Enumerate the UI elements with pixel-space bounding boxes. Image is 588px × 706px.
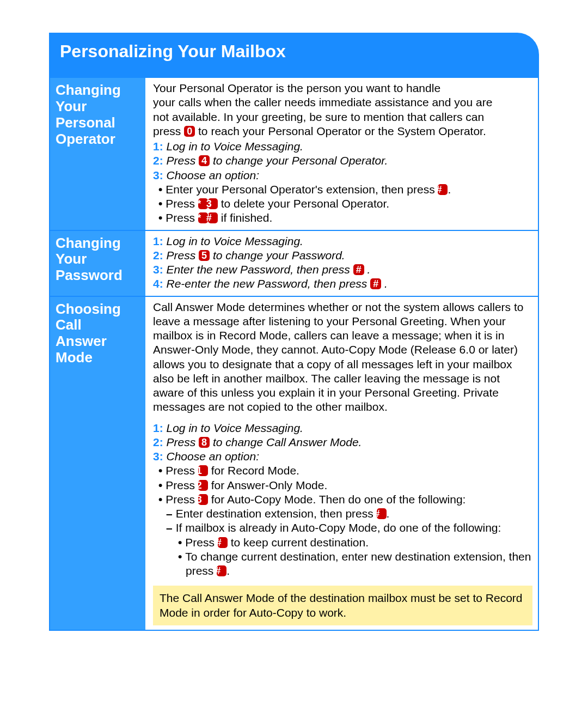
step-1: 1: Log in to Voice Messaging. <box>153 421 532 435</box>
key-hash-icon: # <box>217 565 226 576</box>
text: Log in to Voice Messaging. <box>167 140 303 153</box>
text: to delete your Personal Operator. <box>218 197 389 210</box>
document-page: Personalizing Your Mailbox Changing Your… <box>0 0 588 664</box>
bullet-item: Press 3 for Auto-Copy Mode. Then do one … <box>153 492 532 507</box>
key-one-icon: 1 <box>198 465 208 476</box>
text: To change current destination, enter new… <box>185 550 531 577</box>
text: for Record Mode. <box>208 464 299 477</box>
sections-container: Changing Your Personal Operator Your Per… <box>49 78 539 631</box>
label-text: Operator <box>56 131 115 147</box>
text: Choose an option: <box>167 169 259 181</box>
dash-item: Enter destination extension, then press … <box>153 507 532 521</box>
bullet-item: Press *# if finished. <box>153 211 532 225</box>
text: . <box>226 564 230 577</box>
key-hash-icon: # <box>438 184 448 195</box>
intro-text: Call Answer Mode determines whether or n… <box>153 300 532 415</box>
text: If mailbox is already in Auto-Copy Mode,… <box>176 521 501 534</box>
section-content: Your Personal Operator is the person you… <box>145 78 538 230</box>
section-label: Choosing Call Answer Mode <box>50 297 145 630</box>
key-hash-icon: # <box>208 212 218 223</box>
section-content: Call Answer Mode determines whether or n… <box>145 297 538 630</box>
text: to change your Personal Operator. <box>210 154 388 167</box>
text: Press <box>167 249 199 261</box>
section-call-answer-mode: Choosing Call Answer Mode Call Answer Mo… <box>50 296 538 630</box>
key-five-icon: 5 <box>199 250 210 261</box>
bullet-item: Press 2 for Answer-Only Mode. <box>153 478 532 492</box>
step-1: 1: Log in to Voice Messaging. <box>153 139 532 154</box>
text: Choose an option: <box>167 450 259 462</box>
label-text: Mode <box>56 349 93 366</box>
text: . <box>387 507 390 520</box>
bullet-item: Press 1 for Record Mode. <box>153 464 532 478</box>
key-three-icon: 3 <box>198 494 208 505</box>
page-title: Personalizing Your Mailbox <box>49 33 539 78</box>
label-text: Your <box>56 251 87 267</box>
key-three-icon: 3 <box>208 198 218 209</box>
key-hash-icon: # <box>370 278 381 289</box>
text: Press <box>166 464 198 477</box>
text: Press <box>167 154 199 167</box>
text: Press <box>166 211 198 224</box>
key-eight-icon: 8 <box>199 437 210 448</box>
text: Enter destination extension, then press <box>176 507 377 520</box>
key-hash-icon: # <box>218 537 228 548</box>
step-4: 4: Re-enter the new Password, then press… <box>153 277 532 291</box>
label-text: Changing <box>56 235 121 251</box>
text: for Auto-Copy Mode. Then do one of the f… <box>208 493 466 506</box>
text: Press <box>166 479 198 491</box>
text: to reach your Personal Operator or the S… <box>195 125 486 137</box>
section-content: 1: Log in to Voice Messaging. 2: Press 5… <box>145 231 538 296</box>
dash-item: If mailbox is already in Auto-Copy Mode,… <box>153 521 532 535</box>
text: press <box>153 125 184 137</box>
text: Enter your Personal Operator's extension… <box>166 183 438 196</box>
text: to change your Password. <box>210 249 345 261</box>
label-text: Personal <box>56 114 115 131</box>
label-text: Choosing <box>56 301 121 317</box>
section-password: Changing Your Password 1: Log in to Voic… <box>50 230 538 296</box>
text: for Answer-Only Mode. <box>208 479 327 491</box>
text: Your Personal Operator is the person you… <box>153 82 440 94</box>
text: Re-enter the new Password, then press <box>167 277 371 290</box>
key-four-icon: 4 <box>199 155 210 166</box>
step-1: 1: Log in to Voice Messaging. <box>153 234 532 248</box>
key-two-icon: 2 <box>198 480 208 491</box>
intro-text: Your Personal Operator is the person you… <box>153 81 532 138</box>
text: to change Call Answer Mode. <box>210 436 362 448</box>
text: . <box>364 263 371 276</box>
text: Press <box>166 197 198 210</box>
bullet-item: Press *3 to delete your Personal Operato… <box>153 197 532 211</box>
section-personal-operator: Changing Your Personal Operator Your Per… <box>50 78 538 230</box>
step-3: 3: Enter the new Password, then press # … <box>153 263 532 277</box>
text: your calls when the caller needs immedia… <box>153 96 492 108</box>
text: . <box>448 183 451 196</box>
sub-bullet-item: To change current destination, enter new… <box>153 550 532 579</box>
text: Enter the new Password, then press <box>167 263 353 276</box>
text: Press <box>167 436 199 448</box>
key-hash-icon: # <box>377 508 387 519</box>
bullet-item: Enter your Personal Operator's extension… <box>153 182 532 197</box>
step-2: 2: Press 8 to change Call Answer Mode. <box>153 435 532 449</box>
step-3: 3: Choose an option: <box>153 449 532 464</box>
warning-note: The Call Answer Mode of the destination … <box>153 586 532 625</box>
section-label: Changing Your Password <box>50 231 145 296</box>
step-2: 2: Press 4 to change your Personal Opera… <box>153 154 532 168</box>
text: not available. In your greeting, be sure… <box>153 111 484 123</box>
label-text: Your <box>56 98 87 114</box>
sub-bullet-item: Press # to keep current destination. <box>153 535 532 550</box>
step-3: 3: Choose an option: <box>153 168 532 182</box>
key-hash-icon: # <box>353 264 364 275</box>
text: Press <box>166 493 198 506</box>
label-text: Call <box>56 317 82 333</box>
section-label: Changing Your Personal Operator <box>50 78 145 230</box>
step-2: 2: Press 5 to change your Password. <box>153 248 532 263</box>
text: Press <box>185 536 218 549</box>
label-text: Answer <box>56 333 107 349</box>
label-text: Password <box>56 267 122 283</box>
text: to keep current destination. <box>228 536 369 549</box>
text: Log in to Voice Messaging. <box>167 235 303 247</box>
text: . <box>381 277 388 290</box>
key-zero-icon: 0 <box>184 126 195 137</box>
text: if finished. <box>218 211 272 224</box>
label-text: Changing <box>56 82 121 98</box>
text: Log in to Voice Messaging. <box>167 422 303 434</box>
